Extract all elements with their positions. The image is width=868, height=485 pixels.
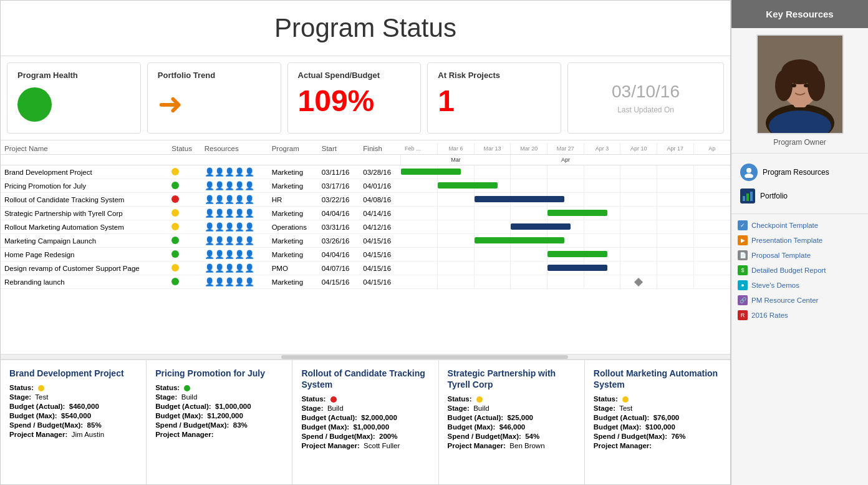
gantt-scrollbar[interactable] xyxy=(1,355,730,360)
link-label: Checkpoint Template xyxy=(751,222,818,229)
col-status: Status xyxy=(168,143,200,155)
card-pm-row: Project Manager: xyxy=(594,442,721,449)
resources-cell: 👤👤👤👤👤 xyxy=(201,275,268,289)
sidebar-link[interactable]: 📄 Proposal Template xyxy=(738,249,862,262)
card-status-row: Status: xyxy=(155,384,283,391)
project-name-cell: Rollout Marketing Automation System xyxy=(1,220,168,234)
link-label: Presentation Template xyxy=(751,237,822,244)
sidebar-link[interactable]: ● Steve's Demos xyxy=(738,279,862,291)
start-cell: 04/07/16 xyxy=(318,262,360,275)
svg-point-10 xyxy=(746,168,751,173)
project-name-cell: Rebranding launch xyxy=(1,275,168,289)
svg-point-8 xyxy=(804,84,809,87)
card-pm-row: Project Manager: xyxy=(155,431,283,438)
project-name-cell: Design revamp of Customer Support Page xyxy=(1,262,168,275)
card-budget-max-row: Budget (Max): $540,000 xyxy=(9,412,137,419)
at-risk-value: 1 xyxy=(438,84,551,118)
card-budget-max-row: Budget (Max): $1,000,000 xyxy=(301,423,429,431)
svg-point-5 xyxy=(775,70,793,101)
link-icon: 🔗 xyxy=(738,295,748,305)
card-stage-row: Stage: Test xyxy=(594,404,721,412)
project-card: Rollout Marketing Automation System Stat… xyxy=(585,360,730,484)
program-health-card: Program Health xyxy=(7,62,141,134)
card-title: Pricing Promotion for July xyxy=(155,368,283,379)
card-title: Rollout of Candidate Tracking System xyxy=(301,368,429,390)
svg-point-7 xyxy=(791,84,796,87)
card-stage-row: Stage: Build xyxy=(155,393,283,401)
table-row: Home Page Redesign 👤👤👤👤👤 Marketing 04/04… xyxy=(1,248,730,262)
card-budget-actual-row: Budget (Actual): $1,000,000 xyxy=(155,403,283,410)
col-mar20: Mar 20 xyxy=(511,143,547,155)
start-cell: 03/31/16 xyxy=(318,220,360,234)
card-pm-row: Project Manager: Ben Brown xyxy=(448,442,576,449)
start-cell: 04/04/16 xyxy=(318,248,360,262)
project-card: Brand Development Project Status: Stage:… xyxy=(1,360,147,484)
card-pm-row: Project Manager: Jim Austin xyxy=(9,431,137,438)
portfolio-label: Portfolio xyxy=(760,192,788,200)
portfolio-trend-label: Portfolio Trend xyxy=(158,71,271,80)
col-apr17: Apr 17 xyxy=(657,143,694,155)
sidebar-link[interactable]: ▶ Presentation Template xyxy=(738,234,862,247)
portfolio-item[interactable]: Portfolio xyxy=(738,185,862,207)
link-label: Proposal Template xyxy=(751,252,811,259)
project-card: Pricing Promotion for July Status: Stage… xyxy=(147,360,292,484)
card-status-dot xyxy=(38,385,44,391)
gantt-spacer xyxy=(1,155,401,165)
card-spend-row: Spend / Budget(Max): 85% xyxy=(9,421,137,429)
program-cell: Operations xyxy=(268,220,318,234)
table-row: Marketing Campaign Launch 👤👤👤👤👤 Marketin… xyxy=(1,234,730,248)
card-budget-actual-row: Budget (Actual): $76,000 xyxy=(594,414,721,421)
finish-cell: 04/01/16 xyxy=(359,179,401,193)
finish-cell: 04/15/16 xyxy=(359,234,401,248)
card-spend-row: Spend / Budget(Max): 200% xyxy=(301,433,429,440)
col-apr10: Apr 10 xyxy=(620,143,657,155)
gantt-apr-header: Apr xyxy=(511,155,620,165)
status-cell xyxy=(168,262,200,275)
resources-cell: 👤👤👤👤👤 xyxy=(201,179,268,193)
actual-spend-value: 109% xyxy=(298,84,411,118)
card-title: Strategic Partnership with Tyrell Corp xyxy=(448,368,576,390)
program-resources-item[interactable]: Program Resources xyxy=(738,160,862,185)
sidebar-link[interactable]: $ Detailed Budget Report xyxy=(738,264,862,277)
card-budget-actual-row: Budget (Actual): $25,000 xyxy=(448,414,576,421)
sidebar-link[interactable]: 🔗 PM Resource Center xyxy=(738,294,862,306)
project-name-cell: Pricing Promotion for July xyxy=(1,179,168,193)
project-card: Strategic Partnership with Tyrell Corp S… xyxy=(439,360,585,484)
card-spend-row: Spend / Budget(Max): 76% xyxy=(594,433,721,440)
sidebar-link[interactable]: ✓ Checkpoint Template xyxy=(738,219,862,232)
link-label: PM Resource Center xyxy=(751,296,818,304)
gantt-mar-header: Mar xyxy=(401,155,511,165)
svg-point-11 xyxy=(745,174,753,178)
table-row: Design revamp of Customer Support Page 👤… xyxy=(1,262,730,275)
bottom-cards-section: Brand Development Project Status: Stage:… xyxy=(1,360,730,484)
project-name-cell: Home Page Redesign xyxy=(1,248,168,262)
card-budget-max-row: Budget (Max): $46,000 xyxy=(448,423,576,431)
project-name-cell: Brand Development Project xyxy=(1,165,168,179)
actual-spend-label: Actual Spend/Budget xyxy=(298,71,411,80)
table-row: Rollout of Candidate Tracking System 👤👤👤… xyxy=(1,193,730,207)
main-content: Program Status Program Health Portfolio … xyxy=(0,0,731,485)
sidebar-link[interactable]: R 2016 Rates xyxy=(738,309,862,321)
at-risk-card: At Risk Projects 1 xyxy=(427,62,561,134)
page-title: Program Status xyxy=(13,13,718,43)
col-project-name: Project Name xyxy=(1,143,168,155)
finish-cell: 04/15/16 xyxy=(359,262,401,275)
link-icon: ● xyxy=(738,280,748,290)
card-status-dot xyxy=(330,396,337,403)
card-status-dot xyxy=(622,396,629,403)
status-cell xyxy=(168,179,200,193)
program-cell: Marketing xyxy=(268,234,318,248)
resources-cell: 👤👤👤👤👤 xyxy=(201,248,268,262)
page-header: Program Status xyxy=(1,1,730,56)
col-feb: Feb ... xyxy=(401,143,438,155)
link-icon: 📄 xyxy=(738,250,748,260)
start-cell: 04/15/16 xyxy=(318,275,360,289)
portfolio-trend-arrow: ➜ xyxy=(158,86,271,121)
card-status-dot xyxy=(476,396,483,403)
chart-icon xyxy=(741,190,754,202)
status-cell xyxy=(168,165,200,179)
card-status-row: Status: xyxy=(301,395,429,403)
program-resources-icon xyxy=(740,164,758,181)
last-updated-label: Last Updated On xyxy=(617,105,674,114)
status-cell xyxy=(168,193,200,207)
